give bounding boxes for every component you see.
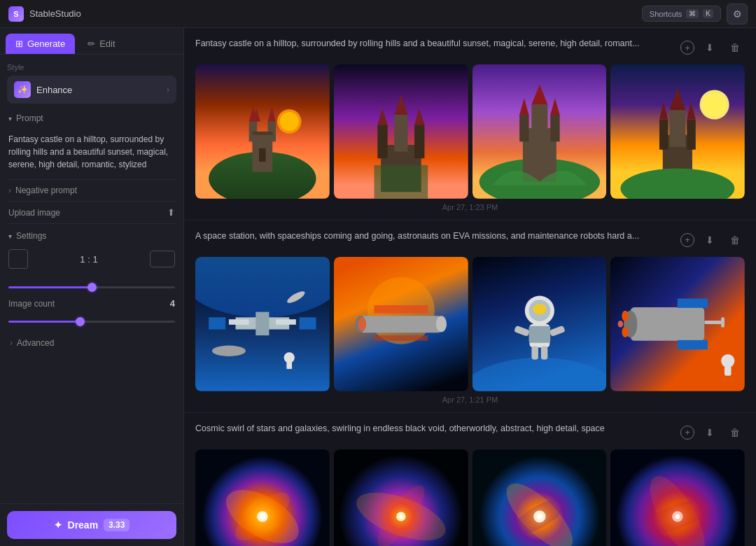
style-selector[interactable]: ✨ Enhance › — [7, 76, 176, 104]
gen-1-image-3[interactable] — [472, 64, 607, 199]
settings-header[interactable]: ▾ Settings — [8, 231, 175, 241]
svg-rect-55 — [360, 316, 441, 332]
gen-1-add-button[interactable]: + — [680, 41, 694, 55]
svg-rect-71 — [528, 326, 550, 343]
chevron-right-icon: › — [167, 85, 169, 94]
svg-rect-20 — [374, 165, 428, 199]
style-section-label: Style — [7, 63, 176, 71]
gen-1-download-button[interactable]: ⬇ — [700, 38, 720, 57]
main-layout: ⊞ Generate ✏ Edit Style ✨ Enhance › — [0, 28, 756, 546]
svg-rect-15 — [414, 125, 424, 158]
svg-rect-34 — [659, 120, 668, 150]
svg-point-32 — [703, 92, 727, 117]
svg-point-49 — [212, 345, 246, 356]
gen-1-delete-button[interactable]: 🗑 — [725, 38, 745, 57]
image-count-label: Image count — [8, 299, 55, 309]
svg-point-101 — [537, 514, 542, 519]
svg-marker-8 — [252, 132, 272, 135]
chevron-right-icon-neg: › — [8, 186, 11, 195]
settings-button[interactable]: ⚙ — [727, 4, 748, 24]
svg-point-82 — [721, 354, 734, 368]
svg-rect-47 — [209, 317, 225, 329]
svg-rect-24 — [519, 115, 528, 141]
sidebar-content: Style ✨ Enhance › ▾ Prompt Fantasy castl… — [0, 55, 183, 503]
edit-icon: ✏ — [88, 38, 95, 49]
gen-1-image-grid — [195, 64, 745, 199]
svg-rect-79 — [678, 340, 708, 349]
gen-3-image-1[interactable] — [195, 449, 330, 547]
gen-3-image-2[interactable] — [334, 449, 468, 547]
titlebar: S StableStudio Shortcuts ⌘ K ⚙ — [0, 0, 756, 28]
gen-2-image-4[interactable] — [610, 257, 745, 391]
tab-generate[interactable]: ⊞ Generate — [6, 34, 75, 54]
gen-1-image-1[interactable] — [195, 64, 330, 199]
chevron-down-icon: ▾ — [8, 115, 12, 122]
svg-rect-81 — [721, 317, 724, 327]
tab-edit[interactable]: ✏ Edit — [78, 34, 125, 54]
gen-3-image-grid — [195, 449, 745, 547]
generation-group-3: Cosmic swirl of stars and galaxies, swir… — [184, 413, 756, 547]
aspect-ratio-slider[interactable] — [8, 286, 175, 288]
app-title-text: StableStudio — [29, 8, 81, 19]
tab-edit-label: Edit — [99, 38, 115, 49]
svg-point-75 — [622, 310, 629, 321]
svg-rect-36 — [670, 110, 686, 147]
negative-prompt-left: › Negative prompt — [8, 186, 77, 195]
sidebar-bottom: ✦ Dream 3.33 — [0, 503, 183, 546]
gear-icon: ⚙ — [733, 8, 742, 20]
gen-1-image-2[interactable] — [334, 64, 468, 199]
prompt-header[interactable]: ▾ Prompt — [7, 111, 176, 126]
aspect-landscape-box[interactable] — [150, 251, 175, 267]
generation-group-2: A space station, with spaceships coming … — [184, 220, 756, 413]
svg-rect-44 — [255, 312, 269, 335]
svg-point-57 — [435, 316, 446, 332]
content-area: Fantasy castle on a hilltop, surrounded … — [184, 28, 756, 546]
image-count-value: 4 — [170, 298, 175, 309]
dream-button[interactable]: ✦ Dream 3.33 — [7, 511, 176, 539]
gen-2-delete-button[interactable]: 🗑 — [725, 230, 745, 250]
svg-rect-70 — [540, 346, 547, 359]
svg-rect-52 — [286, 360, 292, 369]
negative-prompt-row[interactable]: › Negative prompt — [7, 179, 176, 201]
gen-3-actions: + ⬇ 🗑 — [680, 423, 745, 442]
gen-3-prompt: Cosmic swirl of stars and galaxies, swir… — [195, 423, 675, 435]
svg-rect-45 — [229, 319, 249, 325]
dream-icon: ✦ — [54, 519, 62, 531]
enhance-icon: ✨ — [14, 81, 31, 98]
upload-icon: ⬆ — [167, 207, 175, 218]
svg-point-76 — [622, 326, 629, 337]
kbd2: K — [703, 9, 713, 18]
gen-3-delete-button[interactable]: 🗑 — [725, 423, 745, 442]
gen-3-image-3[interactable] — [472, 449, 607, 547]
aspect-ratio-label: 1 : 1 — [80, 254, 97, 265]
svg-rect-69 — [531, 346, 538, 359]
gen-1-image-4[interactable] — [610, 64, 745, 199]
gen-3-image-4[interactable] — [610, 449, 745, 547]
gen-3-header: Cosmic swirl of stars and galaxies, swir… — [195, 423, 745, 442]
chevron-right-advanced-icon: › — [10, 338, 13, 348]
gen-2-image-3[interactable] — [472, 257, 607, 391]
dream-label: Dream — [68, 519, 99, 531]
advanced-row[interactable]: › Advanced — [8, 335, 175, 351]
svg-rect-58 — [374, 305, 428, 314]
settings-chevron-icon: ▾ — [8, 232, 12, 240]
dream-cost: 3.33 — [104, 519, 130, 531]
gen-3-download-button[interactable]: ⬇ — [700, 423, 720, 442]
shortcuts-button[interactable]: Shortcuts ⌘ K — [642, 6, 721, 22]
upload-image-row[interactable]: Upload image ⬆ — [7, 201, 176, 224]
kbd1: ⌘ — [686, 9, 699, 18]
gen-3-add-button[interactable]: + — [680, 426, 694, 440]
aspect-portrait-box[interactable] — [8, 249, 28, 269]
gen-2-image-1[interactable] — [195, 257, 330, 391]
gen-1-header: Fantasy castle on a hilltop, surrounded … — [195, 38, 745, 57]
svg-rect-46 — [276, 319, 296, 325]
gen-2-add-button[interactable]: + — [680, 233, 694, 247]
gen-2-timestamp: Apr 27, 1:21 PM — [195, 396, 745, 404]
svg-point-60 — [358, 317, 366, 330]
gen-2-download-button[interactable]: ⬇ — [700, 230, 720, 250]
svg-rect-35 — [687, 120, 696, 150]
gen-2-image-2[interactable] — [334, 257, 468, 391]
svg-point-42 — [195, 257, 330, 317]
image-count-slider[interactable] — [8, 321, 175, 323]
gen-2-image-grid — [195, 257, 745, 391]
